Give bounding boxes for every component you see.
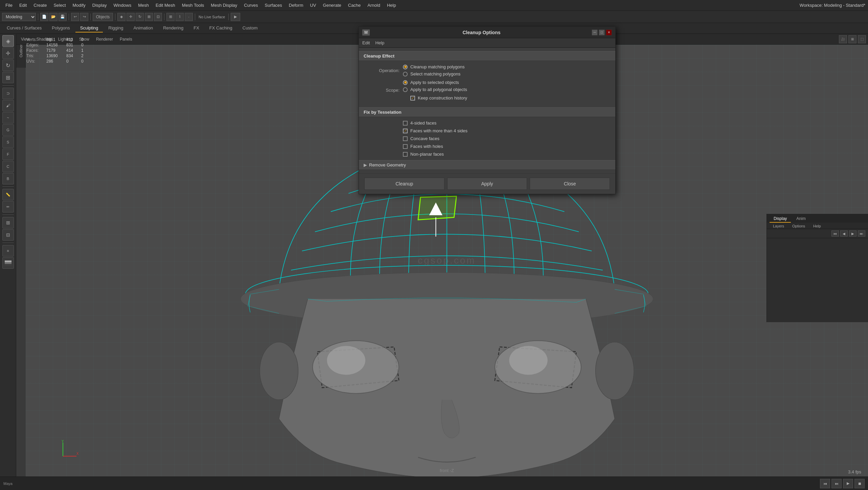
objects-btn[interactable]: Objects: [93, 13, 113, 21]
save-file-btn[interactable]: 💾: [59, 13, 67, 21]
right-tab-display[interactable]: Display: [770, 215, 791, 223]
right-subtab-options[interactable]: Options: [789, 223, 808, 229]
tesselation-option-3[interactable]: Faces with holes: [403, 144, 609, 149]
close-btn[interactable]: Close: [530, 178, 610, 190]
move-tool[interactable]: ✛: [2, 47, 14, 59]
transform-tool-btn[interactable]: ⊡: [154, 13, 162, 21]
bottom-tool-2[interactable]: ⏭: [831, 479, 842, 488]
sculpt-grab-tool[interactable]: G: [2, 124, 14, 136]
measure-tool[interactable]: 📏: [2, 189, 14, 200]
tesselation-checkbox-3[interactable]: [403, 144, 408, 149]
menu-curves[interactable]: Curves: [241, 2, 260, 8]
renderer-btn[interactable]: ▶: [231, 13, 240, 21]
bottom-tool-4[interactable]: ⏹: [854, 479, 865, 488]
dialog-maximize-btn[interactable]: □: [599, 29, 605, 36]
operation-radio-btn-0[interactable]: [403, 65, 408, 69]
keep-history-row[interactable]: ✓ Keep construction history: [410, 95, 467, 101]
tesselation-option-1[interactable]: ✓ Faces with more than 4 sides: [403, 128, 609, 133]
menu-deform[interactable]: Deform: [286, 2, 306, 8]
nav-next-btn[interactable]: ▶: [849, 230, 856, 237]
tab-fx[interactable]: FX: [189, 24, 204, 32]
sculpt-bulge-tool[interactable]: B: [2, 173, 14, 184]
sculpt-flatten-tool[interactable]: F: [2, 149, 14, 160]
stroke-btn[interactable]: ≡: [2, 245, 14, 257]
open-file-btn[interactable]: 📂: [49, 13, 58, 21]
menu-mesh[interactable]: Mesh: [135, 2, 152, 8]
remove-geometry-header[interactable]: ▶ Remove Geometry: [359, 160, 615, 170]
tesselation-checkbox-4[interactable]: [403, 152, 408, 157]
rotate-tool-btn[interactable]: ↻: [136, 13, 144, 21]
paint-tool[interactable]: 🖌: [2, 100, 14, 111]
apply-btn[interactable]: Apply: [447, 178, 527, 190]
undo-btn[interactable]: ↩: [71, 13, 79, 21]
right-tab-anim[interactable]: Anim: [792, 215, 809, 223]
tab-rigging[interactable]: Rigging: [104, 24, 128, 32]
menu-display[interactable]: Display: [90, 2, 110, 8]
menu-create[interactable]: Create: [31, 2, 49, 8]
nav-last-btn[interactable]: ⏭: [858, 230, 865, 237]
menu-mesh-display[interactable]: Mesh Display: [208, 2, 240, 8]
annotation-tool[interactable]: ✏: [2, 201, 14, 213]
wireframe-btn[interactable]: ⬚: [858, 35, 866, 43]
tesselation-option-4[interactable]: Non-planar faces: [403, 152, 609, 157]
tab-rendering[interactable]: Rendering: [158, 24, 188, 32]
nav-first-btn[interactable]: ⏮: [831, 230, 839, 237]
tab-curves-surfaces[interactable]: Curves / Surfaces: [2, 24, 46, 32]
operation-radio-1[interactable]: Select matching polygons: [403, 71, 464, 76]
tab-animation[interactable]: Animation: [129, 24, 158, 32]
scale-tool[interactable]: ⊞: [2, 72, 14, 83]
tesselation-checkbox-0[interactable]: [403, 121, 408, 126]
menu-help[interactable]: Help: [384, 2, 399, 8]
tab-sculpting[interactable]: Sculpting: [75, 24, 103, 32]
menu-file[interactable]: File: [3, 2, 15, 8]
menu-cache[interactable]: Cache: [345, 2, 364, 8]
menu-surfaces[interactable]: Surfaces: [262, 2, 285, 8]
snap-point-btn[interactable]: ·: [185, 13, 193, 21]
operation-radio-0[interactable]: Cleanup matching polygons: [403, 64, 464, 69]
color-ramp-btn[interactable]: [2, 257, 14, 269]
tesselation-option-0[interactable]: 4-sided faces: [403, 120, 609, 126]
dialog-minimize-btn[interactable]: ─: [592, 29, 598, 36]
bottom-tool-1[interactable]: ⏮: [820, 479, 830, 488]
tesselation-option-2[interactable]: Concave faces: [403, 136, 609, 141]
keep-history-checkbox[interactable]: ✓: [410, 96, 415, 101]
scope-radio-btn-1[interactable]: [403, 87, 408, 92]
panels-menu[interactable]: Panels: [117, 36, 135, 42]
lasso-tool[interactable]: ⊃: [2, 88, 14, 99]
grid-plus-btn[interactable]: ⊞: [2, 217, 14, 228]
new-file-btn[interactable]: 📄: [40, 13, 48, 21]
sculpt-relax-tool[interactable]: ~: [2, 112, 14, 124]
dialog-menu-help[interactable]: Help: [375, 40, 384, 45]
tab-fx-caching[interactable]: FX Caching: [205, 24, 237, 32]
mode-dropdown[interactable]: Modeling: [2, 13, 36, 21]
nav-prev-btn[interactable]: ◀: [840, 230, 848, 237]
scope-radio-0[interactable]: Apply to selected objects: [403, 80, 467, 85]
sculpt-smooth-tool[interactable]: S: [2, 136, 14, 148]
tab-polygons[interactable]: Polygons: [47, 24, 74, 32]
menu-generate[interactable]: Generate: [320, 2, 344, 8]
menu-mesh-tools[interactable]: Mesh Tools: [179, 2, 207, 8]
tesselation-checkbox-1[interactable]: ✓: [403, 129, 408, 133]
scale-tool-btn[interactable]: ⊞: [145, 13, 153, 21]
grid-view-btn[interactable]: ⊞: [848, 35, 856, 43]
rotate-tool[interactable]: ↻: [2, 60, 14, 71]
cleanup-btn[interactable]: Cleanup: [364, 178, 444, 190]
menu-uv[interactable]: UV: [307, 2, 319, 8]
menu-arnold[interactable]: Arnold: [365, 2, 383, 8]
scope-radio-1[interactable]: Apply to all polygonal objects: [403, 87, 467, 92]
bottom-tool-3[interactable]: ▶: [843, 479, 853, 488]
dialog-menu-edit[interactable]: Edit: [362, 40, 370, 45]
snap-grid-btn[interactable]: ⊞: [166, 13, 175, 21]
select-tool-btn[interactable]: ◈: [117, 13, 125, 21]
tesselation-checkbox-2[interactable]: [403, 136, 408, 141]
sculpt-crease-tool[interactable]: C: [2, 161, 14, 172]
renderer-menu[interactable]: Renderer: [93, 36, 116, 42]
operation-radio-btn-1[interactable]: [403, 72, 408, 76]
right-subtab-layers[interactable]: Layers: [770, 223, 787, 229]
menu-select[interactable]: Select: [51, 2, 68, 8]
snap-curve-btn[interactable]: ⌇: [176, 13, 184, 21]
dialog-close-btn[interactable]: ✕: [606, 29, 612, 36]
menu-modify[interactable]: Modify: [70, 2, 88, 8]
select-tool[interactable]: ◈: [2, 35, 14, 47]
menu-edit-mesh[interactable]: Edit Mesh: [153, 2, 178, 8]
